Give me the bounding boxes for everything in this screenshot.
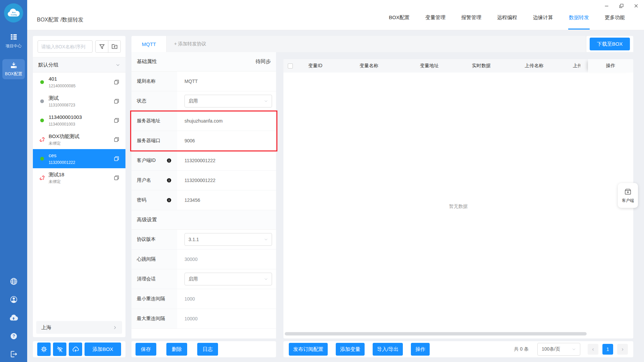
actions-button[interactable]: 操作 — [411, 343, 430, 356]
field-label: 清理会话 — [137, 276, 156, 282]
copy-icon[interactable] — [114, 175, 119, 181]
heartbeat-input[interactable]: 30000 — [184, 257, 198, 262]
page-1-button[interactable]: 1 — [602, 344, 613, 355]
nav-tab-remote-programming[interactable]: 远程编程 — [497, 0, 517, 30]
add-group-folder-icon[interactable] — [108, 41, 120, 52]
download-to-box-button[interactable]: 下载至BOX — [590, 38, 630, 50]
chevron-down-icon — [264, 277, 268, 281]
globe-icon[interactable] — [9, 277, 18, 286]
client-label: 客户端 — [622, 198, 634, 203]
chevron-down-icon — [572, 347, 576, 351]
field-label: 协议版本 — [137, 236, 156, 242]
column-variable-address: 变量地址 — [404, 63, 454, 69]
add-box-button[interactable]: 添加BOX — [85, 343, 121, 356]
settings-button[interactable] — [37, 343, 51, 356]
field-label: 心跳间隔 — [137, 256, 156, 262]
server-address-input[interactable]: shujuzhuanfa.com — [184, 118, 223, 124]
field-label: 最大重连间隔 — [137, 316, 165, 322]
prev-page-button[interactable]: ‹ — [588, 344, 598, 355]
filter-icon[interactable] — [96, 41, 108, 52]
username-input[interactable]: 113200001222 — [184, 178, 215, 183]
field-label: 服务器端口 — [137, 138, 160, 144]
clean-session-select[interactable]: 启用 — [184, 273, 272, 285]
cloud-sync-button[interactable] — [69, 343, 82, 356]
cloud-upload-icon[interactable] — [9, 313, 18, 322]
box-item-113400001003[interactable]: 113400001003 113400001003 — [33, 111, 125, 130]
add-protocol-tab[interactable]: + 添加转发协议 — [174, 36, 206, 52]
box-item-test18[interactable]: 测试18 未绑定 — [33, 168, 125, 187]
tab-mqtt[interactable]: MQTT — [131, 36, 167, 52]
protocol-version-select[interactable]: 3.1.1 — [184, 233, 272, 246]
form-row-heartbeat: 心跳间隔 30000 — [131, 250, 276, 269]
broken-link-icon — [39, 137, 45, 142]
select-all-checkbox[interactable] — [288, 63, 293, 69]
client-id-input[interactable]: 113200001222 — [184, 158, 215, 163]
protocol-tab-strip: MQTT + 添加转发协议 下载至BOX — [131, 36, 633, 52]
status-offline-dot — [40, 99, 44, 103]
protocol-tabs: MQTT + 添加转发协议 — [131, 36, 586, 52]
field-label: 密码 — [137, 197, 146, 203]
max-reconnect-input[interactable]: 10000 — [184, 316, 198, 321]
nav-tab-edge-computing[interactable]: 边缘计算 — [533, 0, 553, 30]
form-row-server-address: 服务器地址 shujuzhuanfa.com — [131, 111, 276, 131]
main-nav: BOX配置 变量管理 报警管理 远程编程 边缘计算 数据转发 更多功能 — [389, 0, 625, 30]
copy-icon[interactable] — [114, 118, 119, 123]
section-title: 基础属性 — [137, 58, 157, 65]
sidebar-item-box-config[interactable]: BOX配置 — [2, 59, 25, 79]
horizontal-scrollbar[interactable] — [285, 332, 587, 335]
table-header: 变量ID 变量名称 变量地址 实时数据 上传名称 上传 操作 — [283, 59, 633, 73]
sidebar-item-project-center[interactable]: 项目中心 — [0, 33, 27, 49]
page-size-select[interactable]: 100条/页 — [537, 343, 580, 356]
box-item-test[interactable]: 测试 113100008723 — [33, 92, 125, 111]
field-label: 规则名称 — [137, 78, 156, 84]
minimize-icon[interactable] — [603, 2, 610, 9]
advanced-section-header: 高级设置 — [131, 210, 276, 230]
copy-icon[interactable] — [114, 137, 119, 142]
nav-tab-variable-mgmt[interactable]: 变量管理 — [425, 0, 445, 30]
box-item-ces-selected[interactable]: ces 113200001222 — [33, 149, 125, 168]
box-serial: 113200001222 — [49, 160, 111, 165]
server-port-input[interactable]: 9006 — [184, 138, 195, 143]
copy-icon[interactable] — [114, 98, 119, 104]
box-item-box-function-test[interactable]: BOX功能测试 未绑定 — [33, 130, 125, 149]
user-icon[interactable] — [9, 295, 18, 304]
svg-text:Box: Box — [12, 11, 16, 13]
total-count-text: 共 0 条 — [514, 346, 529, 352]
chevron-down-icon — [264, 237, 268, 241]
help-icon[interactable]: ? — [9, 332, 18, 341]
field-label: 用户名 — [137, 177, 151, 183]
info-icon — [167, 198, 171, 202]
copy-icon[interactable] — [114, 156, 119, 162]
status-select[interactable]: 启用 — [184, 95, 272, 107]
nav-tab-box-config[interactable]: BOX配置 — [389, 0, 410, 30]
close-icon[interactable] — [633, 2, 639, 9]
group-footer-shanghai[interactable]: 上海 — [36, 321, 122, 334]
save-button[interactable]: 保存 — [136, 343, 156, 356]
log-button[interactable]: 日志 — [197, 343, 218, 356]
rule-name-input[interactable]: MQTT — [184, 79, 198, 84]
delete-button[interactable]: 删除 — [166, 343, 187, 356]
column-upload-name: 上传名称 — [508, 63, 560, 69]
column-realtime-data: 实时数据 — [454, 63, 508, 69]
import-export-button[interactable]: 导入/导出 — [373, 343, 403, 356]
sidebar-bottom-icons: ? — [0, 277, 27, 358]
copy-icon[interactable] — [114, 79, 119, 85]
form-row-client-id: 客户端ID 113200001222 — [131, 151, 276, 171]
network-status-button[interactable] — [53, 343, 66, 356]
form-row-min-reconnect: 最小重连间隔 1000 — [131, 289, 276, 309]
client-download-float-button[interactable]: 客户端 — [618, 183, 638, 208]
group-header-default[interactable]: 默认分组 — [33, 57, 125, 73]
search-input[interactable] — [38, 40, 93, 53]
password-input[interactable]: 123456 — [184, 197, 200, 203]
publish-subscribe-config-button[interactable]: 发布订阅配置 — [289, 343, 328, 356]
add-variable-button[interactable]: 添加变量 — [336, 343, 365, 356]
nav-tab-data-forwarding[interactable]: 数据转发 — [569, 0, 589, 30]
nav-tab-alarm-mgmt[interactable]: 报警管理 — [461, 0, 481, 30]
box-item-401[interactable]: 401 121400000085 — [33, 73, 125, 92]
exit-icon[interactable] — [9, 350, 18, 358]
box-name: 测试18 — [49, 171, 111, 178]
empty-state-text: 暂无数据 — [283, 203, 633, 210]
next-page-button[interactable]: › — [617, 344, 628, 355]
restore-icon[interactable] — [618, 2, 625, 9]
min-reconnect-input[interactable]: 1000 — [184, 296, 195, 302]
